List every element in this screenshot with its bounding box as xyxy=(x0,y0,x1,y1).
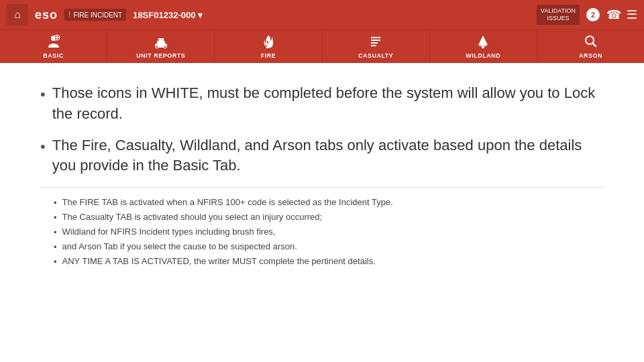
sub-bullet-text-2: Wildland for NFIRS Incident types includ… xyxy=(62,227,276,237)
sub-bullet-0: • The FIRE TAB is activated when a NFIRS… xyxy=(40,197,604,208)
incident-badge: ! FIRE INCIDENT xyxy=(64,9,126,21)
sub-dot-0: • xyxy=(54,198,57,208)
basic-icon xyxy=(46,34,61,51)
bullet-item-1: • Those icons in WHITE, must be complete… xyxy=(40,83,604,125)
tab-fire-label: FIRE xyxy=(261,52,276,59)
eso-logo: eso xyxy=(35,8,58,22)
bullet-dot-2: • xyxy=(40,137,46,158)
tab-casualty[interactable]: CASUALTY xyxy=(323,30,430,63)
svg-point-7 xyxy=(156,46,158,48)
home-button[interactable]: ⌂ xyxy=(7,4,28,25)
svg-rect-6 xyxy=(158,38,164,42)
validation-badge-count: 2 xyxy=(586,8,600,21)
sub-bullet-text-4: ANY TIME A TAB IS ACTIVATED, the writer … xyxy=(62,256,376,266)
sub-bullet-text-3: and Arson Tab if you select the cause to… xyxy=(62,241,297,251)
sub-bullet-2: • Wildland for NFIRS Incident types incl… xyxy=(40,227,604,237)
casualty-icon xyxy=(368,34,383,51)
bullet-dot-1: • xyxy=(40,84,46,105)
sub-bullet-text-0: The FIRE TAB is activated when a NFIRS 1… xyxy=(62,197,393,207)
sub-bullet-text-1: The Casualty TAB is activated should you… xyxy=(62,212,323,222)
tab-arson-label: ARSON xyxy=(579,52,602,59)
svg-rect-15 xyxy=(482,46,484,48)
tab-wildland[interactable]: WILDLAND xyxy=(430,30,537,63)
tab-basic[interactable]: BASIC xyxy=(0,30,107,63)
sub-bullets: • The FIRE TAB is activated when a NFIRS… xyxy=(40,197,604,267)
tab-unit-reports[interactable]: UNIT REPORTS xyxy=(107,30,215,63)
bullet-text-1: Those icons in WHITE, must be completed … xyxy=(52,83,604,125)
tab-fire[interactable]: FIRE xyxy=(215,30,322,63)
sub-bullet-3: • and Arson Tab if you select the cause … xyxy=(40,241,604,252)
divider xyxy=(40,187,604,188)
incident-label: FIRE INCIDENT xyxy=(73,11,122,19)
tab-arson[interactable]: ARSON xyxy=(537,30,644,63)
sub-bullet-4: • ANY TIME A TAB IS ACTIVATED, the write… xyxy=(40,256,604,267)
menu-icon[interactable]: ☰ xyxy=(627,7,637,22)
tab-basic-label: BASIC xyxy=(43,52,64,59)
tab-unit-reports-label: UNIT REPORTS xyxy=(136,52,185,59)
arson-icon xyxy=(583,34,598,51)
nav-right-icons: ☎ ☰ xyxy=(606,7,637,22)
wildland-icon xyxy=(476,34,490,51)
sub-dot-1: • xyxy=(54,213,57,223)
content-area: • Those icons in WHITE, must be complete… xyxy=(0,63,644,284)
sub-dot-4: • xyxy=(54,257,57,267)
svg-point-8 xyxy=(164,46,166,48)
bullet-item-2: • The Fire, Casualty, Wildland, and Arso… xyxy=(40,135,604,177)
sub-dot-2: • xyxy=(54,227,57,237)
tab-casualty-label: CASUALTY xyxy=(358,52,393,59)
unit-reports-icon xyxy=(154,34,168,51)
top-nav: ⌂ eso ! FIRE INCIDENT 18SF01232-000 ▾ VA… xyxy=(0,0,644,29)
home-icon: ⌂ xyxy=(14,9,21,21)
validation-box: VALIDATION ISSUES xyxy=(537,5,580,25)
incident-id[interactable]: 18SF01232-000 ▾ xyxy=(133,10,203,20)
phone-icon[interactable]: ☎ xyxy=(606,7,621,22)
warning-icon: ! xyxy=(68,10,70,19)
tabs-nav: BASIC UNIT REPORTS FIRE xyxy=(0,29,644,63)
fire-icon xyxy=(261,34,276,51)
sub-bullet-1: • The Casualty TAB is activated should y… xyxy=(40,212,604,223)
sub-dot-3: • xyxy=(54,242,57,252)
tab-wildland-label: WILDLAND xyxy=(466,52,500,59)
bullet-text-2: The Fire, Casualty, Wildland, and Arson … xyxy=(52,135,604,177)
dropdown-icon: ▾ xyxy=(198,10,203,20)
svg-line-17 xyxy=(593,44,596,47)
